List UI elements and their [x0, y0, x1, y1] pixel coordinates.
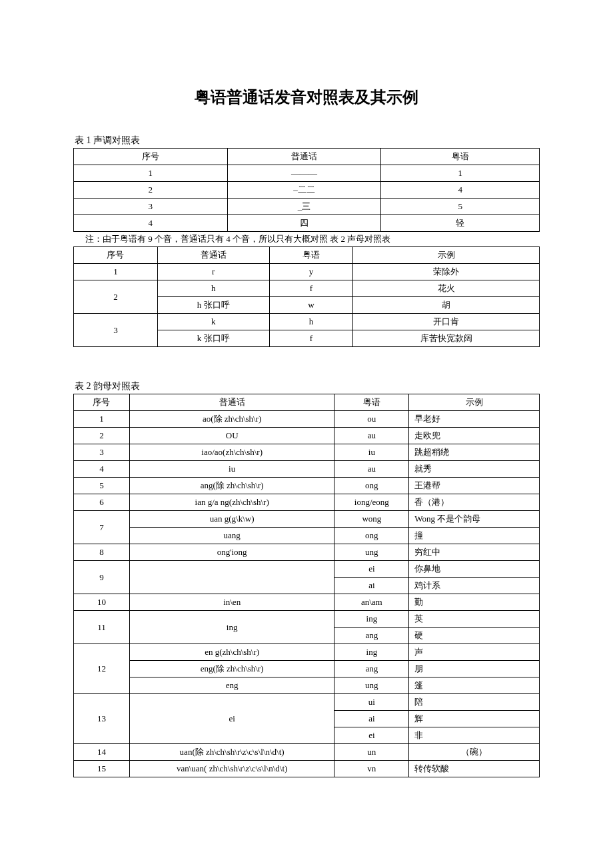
- cell: 9: [74, 561, 130, 594]
- cell: 花火: [353, 280, 540, 297]
- table2-initials: 序号 普通话 粤语 示例 1 r y 荣除外 2 h f 花火 h 张口呼 w …: [73, 246, 540, 347]
- cell: k 张口呼: [157, 330, 269, 347]
- table-header-row: 序号 普通话 粤语 示例: [74, 247, 540, 264]
- cell: 荣除外: [353, 264, 540, 280]
- cell: 2: [74, 428, 130, 444]
- cell: 朋: [409, 661, 540, 677]
- table-row: 8 ong'iong ung 穷红中: [74, 544, 540, 561]
- note-text: 注：由于粤语有 9 个音，普通话只有 4 个音，所以只有大概对照 表 2 声母对…: [85, 233, 540, 245]
- cell: an\am: [334, 594, 409, 611]
- cell: ai: [334, 578, 409, 594]
- table1-tones: 序号 普通话 粤语 1 ——— 1 2 –二二 4 3 _三 5 4 四 轻: [73, 148, 540, 232]
- table-row: 3 _三 5: [74, 199, 540, 215]
- cell: r: [157, 264, 269, 280]
- table-row: 12 en g(zh\ch\sh\r) ing 声: [74, 644, 540, 661]
- cell: au: [334, 461, 409, 478]
- cell: OU: [129, 428, 334, 444]
- cell: 香（港）: [409, 494, 540, 511]
- col-cantonese: 粤语: [334, 394, 409, 411]
- cell: w: [269, 297, 353, 314]
- cell: y: [269, 264, 353, 280]
- cell: ui: [334, 694, 409, 711]
- table1-caption: 表 1 声调对照表: [75, 135, 540, 147]
- cell: [129, 561, 334, 594]
- table-header-row: 序号 普通话 粤语: [74, 149, 540, 165]
- cell: ang: [334, 661, 409, 677]
- cell: 辉: [409, 711, 540, 727]
- cell: 8: [74, 544, 130, 561]
- cell: ing: [334, 611, 409, 628]
- cell: 7: [74, 511, 130, 544]
- page: 粤语普通话发音对照表及其示例 表 1 声调对照表 序号 普通话 粤语 1 ———…: [0, 0, 613, 844]
- cell: wong: [334, 511, 409, 528]
- table-row: 4 四 轻: [74, 215, 540, 232]
- table-row: 3 k h 开口肯: [74, 314, 540, 330]
- cell: 撞: [409, 528, 540, 544]
- cell: 早老好: [409, 411, 540, 428]
- table-row: 11 ing ing 英: [74, 611, 540, 628]
- col-seq: 序号: [74, 149, 228, 165]
- cell: f: [269, 330, 353, 347]
- cell: 跳超稍绕: [409, 444, 540, 461]
- table-row: 1 r y 荣除外: [74, 264, 540, 280]
- cell: 2: [74, 182, 228, 199]
- cell: 2: [74, 280, 158, 314]
- table-row: 5 ang(除 zh\ch\sh\r) ong 王港帮: [74, 478, 540, 494]
- cell: iu: [129, 461, 334, 478]
- col-seq: 序号: [74, 394, 130, 411]
- cell: h: [269, 314, 353, 330]
- cell: ei: [334, 561, 409, 578]
- cell: 你鼻地: [409, 561, 540, 578]
- cell: 篷: [409, 677, 540, 694]
- cell: ing: [129, 611, 334, 644]
- cell: iao/ao(zh\ch\sh\r): [129, 444, 334, 461]
- cell: 3: [74, 314, 158, 347]
- cell: iong/eong: [334, 494, 409, 511]
- cell: 声: [409, 644, 540, 661]
- cell: en g(zh\ch\sh\r): [129, 644, 334, 661]
- col-mandarin: 普通话: [157, 247, 269, 264]
- cell: h 张口呼: [157, 297, 269, 314]
- cell: 1: [381, 165, 540, 182]
- cell: ei: [129, 694, 334, 744]
- cell: 10: [74, 594, 130, 611]
- cell: au: [334, 428, 409, 444]
- cell: 12: [74, 644, 130, 694]
- table3-caption: 表 2 韵母对照表: [75, 380, 540, 392]
- cell: （碗）: [409, 744, 540, 761]
- cell: uan(除 zh\ch\sh\r\z\c\s\l\n\d\t): [129, 744, 334, 761]
- col-cantonese: 粤语: [269, 247, 353, 264]
- cell: van\uan( zh\ch\sh\r\z\c\s\l\n\d\t): [129, 761, 334, 777]
- cell: ei: [334, 727, 409, 744]
- cell: 4: [74, 461, 130, 478]
- table-row: 13 ei ui 陪: [74, 694, 540, 711]
- cell: ung: [334, 677, 409, 694]
- cell: Wong 不是个韵母: [409, 511, 540, 528]
- cell: eng(除 zh\ch\sh\r): [129, 661, 334, 677]
- cell: 硬: [409, 628, 540, 644]
- col-cantonese: 粤语: [381, 149, 540, 165]
- cell: uang: [129, 528, 334, 544]
- table-header-row: 序号 普通话 粤语 示例: [74, 394, 540, 411]
- cell: un: [334, 744, 409, 761]
- cell: 6: [74, 494, 130, 511]
- table-row: uang ong 撞: [74, 528, 540, 544]
- cell: 胡: [353, 297, 540, 314]
- cell: 非: [409, 727, 540, 744]
- cell: 就秀: [409, 461, 540, 478]
- col-example: 示例: [353, 247, 540, 264]
- table-row: 2 h f 花火: [74, 280, 540, 297]
- cell: 开口肯: [353, 314, 540, 330]
- cell: 5: [381, 199, 540, 215]
- cell: vn: [334, 761, 409, 777]
- table3-finals: 序号 普通话 粤语 示例 1 ao(除 zh\ch\sh\r) ou 早老好 2…: [73, 394, 540, 777]
- table-row: 1 ——— 1: [74, 165, 540, 182]
- spacer: [73, 347, 540, 380]
- cell: ai: [334, 711, 409, 727]
- cell: 穷红中: [409, 544, 540, 561]
- table-row: 10 in\en an\am 勤: [74, 594, 540, 611]
- cell: 1: [74, 411, 130, 428]
- cell: 5: [74, 478, 130, 494]
- table-row: 6 ian g/a ng(zh\ch\sh\r) iong/eong 香（港）: [74, 494, 540, 511]
- cell: ang: [334, 628, 409, 644]
